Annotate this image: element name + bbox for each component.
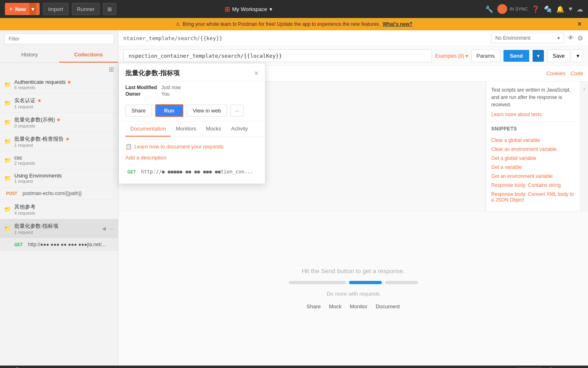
popup-tab-monitors[interactable]: Monitors: [171, 121, 201, 137]
method-badge-post: POST: [4, 191, 19, 196]
star-icon: ★: [56, 117, 61, 123]
star-icon: ★: [65, 136, 70, 142]
heart-icon[interactable]: ♥: [568, 5, 572, 13]
whats-new-link[interactable]: What's new?: [383, 21, 412, 27]
list-item[interactable]: 📁 其他参考 4 requests: [0, 200, 118, 219]
wrench-icon[interactable]: 🔩: [544, 5, 552, 13]
snippet-item[interactable]: Get a global variable: [491, 154, 575, 163]
popup-tab-documentation[interactable]: Documentation: [125, 121, 171, 137]
add-description-button[interactable]: Add a description: [125, 155, 258, 161]
help-icon[interactable]: ❓: [532, 5, 540, 13]
snippet-item[interactable]: Response body: Convert XML body to a JSO…: [491, 190, 575, 204]
list-item[interactable]: 📁 批量化参数-检查报告 ★ 1 request: [0, 132, 118, 151]
import-button[interactable]: Import: [43, 3, 69, 15]
sync-dot: [497, 4, 507, 14]
layout-button[interactable]: ⊞: [103, 3, 116, 15]
environment-selector[interactable]: No Environment ▾: [491, 33, 564, 43]
doc-icon: 📋: [125, 144, 132, 150]
list-item[interactable]: 📁 批量化参数(示例) ★ 0 requests: [0, 113, 118, 132]
star-icon: ★: [67, 79, 71, 85]
search-input[interactable]: [4, 34, 114, 44]
plus-icon: ＋: [8, 5, 13, 13]
request-url-label: postman-echo.com/{{path}}: [22, 191, 114, 196]
folder-icon: 📁: [4, 100, 11, 106]
collapse-arrow-icon[interactable]: ◀: [102, 226, 106, 231]
document-action[interactable]: Document: [376, 303, 400, 310]
share-button[interactable]: Share: [125, 105, 152, 117]
learn-more-tests-link[interactable]: Learn more about tests: [491, 112, 575, 117]
run-button[interactable]: Run: [155, 104, 183, 117]
save-dropdown-button[interactable]: ▾: [573, 49, 583, 62]
snippet-item[interactable]: Get a variable: [491, 163, 575, 172]
response-area: Hit the Send button to get a response. D…: [118, 211, 588, 366]
notification-bar: ⚠ Bring your whole team to Postman for f…: [0, 18, 588, 30]
list-item[interactable]: 📁 Using Environments 1 request: [0, 169, 118, 187]
collection-info: 实名认证 ★ 1 request: [14, 97, 114, 109]
warning-icon: ⚠: [176, 21, 180, 27]
popup-tab-mocks[interactable]: Mocks: [201, 121, 226, 137]
list-item[interactable]: POST postman-echo.com/{{path}}: [0, 187, 118, 200]
collection-info: 批量化参数-检查报告 ★ 1 request: [14, 135, 114, 148]
send-button[interactable]: Send: [503, 50, 530, 62]
save-button[interactable]: Save: [547, 49, 570, 62]
new-collection-icon[interactable]: ⊞: [109, 65, 114, 73]
toolbar-right: 🔧 IN SYNC ❓ 🔩 🔔 ♥ ☁: [485, 4, 583, 14]
toolbar: ＋ New ▾ Import Runner ⊞ ⊞ My Workspace ▾…: [0, 0, 588, 18]
list-item[interactable]: GET http://●●● ●●● ●● ●●● ●●●jia.net/...: [0, 238, 118, 251]
more-button[interactable]: ···: [230, 105, 244, 117]
cloud-icon[interactable]: ☁: [577, 5, 583, 13]
new-button[interactable]: ＋ New ▾: [5, 3, 40, 15]
popup-close-button[interactable]: ×: [254, 69, 258, 78]
share-action[interactable]: Share: [307, 303, 321, 310]
examples-button[interactable]: Examples (0) ▾: [435, 53, 468, 59]
code-button[interactable]: Code: [570, 70, 583, 76]
doc-link[interactable]: 📋 Learn how to document your requests: [125, 144, 258, 150]
popup-request-item[interactable]: GET http://● ●●●●● ●● ●● ●●● ●●tion_con.…: [125, 166, 258, 177]
notification-close-button[interactable]: ×: [578, 20, 581, 28]
workspace-switcher[interactable]: ⊞ My Workspace ▾: [225, 5, 273, 13]
snippet-item[interactable]: Clear an environment variable: [491, 145, 575, 154]
settings-icon[interactable]: 🔧: [485, 5, 493, 13]
list-item[interactable]: 📁 csc 2 requests: [0, 151, 118, 169]
folder-icon: 📁: [4, 225, 11, 232]
runner-button[interactable]: Runner: [72, 3, 100, 15]
cookies-button[interactable]: Cookies: [546, 70, 566, 76]
bell-icon[interactable]: 🔔: [556, 5, 564, 13]
snippet-item[interactable]: Clear a global variable: [491, 136, 575, 145]
collection-info: 批量化参数-指标项 1 request: [14, 222, 99, 235]
panel-resize-handle[interactable]: ›: [580, 81, 588, 211]
folder-icon: 📁: [4, 119, 11, 126]
view-web-button[interactable]: View in web: [187, 105, 227, 117]
tab-history[interactable]: History: [0, 47, 59, 63]
collection-info: 其他参考 4 requests: [14, 203, 114, 215]
response-loading-bar: [289, 281, 418, 284]
monitor-action[interactable]: Monitor: [350, 303, 368, 310]
send-dropdown-button[interactable]: ▾: [532, 50, 544, 62]
tab-collections[interactable]: Collections: [59, 47, 118, 63]
snippet-item[interactable]: Response body: Contains string: [491, 181, 575, 190]
layout-icon: ⊞: [107, 6, 112, 12]
params-button[interactable]: Params: [471, 49, 500, 62]
list-item[interactable]: 📁 批量化参数-指标项 1 request ◀ ···: [0, 219, 118, 238]
list-item[interactable]: 📁 Authenticate requests ★ 6 requests: [0, 76, 118, 94]
collection-more-button[interactable]: ···: [109, 225, 114, 232]
mock-action[interactable]: Mock: [329, 303, 342, 310]
collection-info: Authenticate requests ★ 6 requests: [14, 79, 114, 90]
popup-title: 批量化参数-指标项: [125, 69, 180, 78]
popup-tab-activity[interactable]: Activity: [226, 121, 253, 137]
response-more-label: Do more with requests: [327, 291, 380, 297]
popup-actions: Share Run View in web ···: [119, 100, 265, 121]
method-badge-get: GET: [12, 242, 25, 247]
popup-card: 批量化参数-指标项 × Last Modified Just now Owner…: [118, 63, 265, 184]
settings-gear-icon[interactable]: ⚙: [577, 34, 583, 42]
snippet-item[interactable]: Get an environment variable: [491, 172, 575, 181]
new-dropdown-arrow[interactable]: ▾: [29, 3, 36, 15]
list-item[interactable]: 📁 实名认证 ★ 1 request: [0, 94, 118, 113]
sync-status: IN SYNC: [497, 4, 528, 14]
url-input[interactable]: nspection_container_template/search/{{lo…: [123, 49, 432, 62]
snippets-panel: Test scripts are written in JavaScript, …: [486, 81, 580, 211]
snippets-title: SNIPPETS: [491, 126, 575, 132]
eye-icon[interactable]: 👁: [568, 34, 574, 42]
collection-popup: 批量化参数-指标项 × Last Modified Just now Owner…: [118, 63, 265, 184]
top-bar: ntainer_template/search/{{key}} No Envir…: [118, 30, 588, 46]
